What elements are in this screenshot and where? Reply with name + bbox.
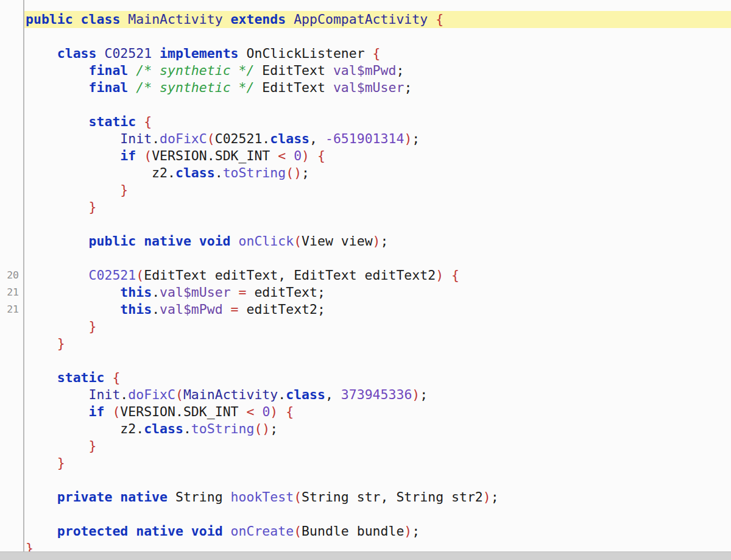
- line-number: [0, 506, 24, 523]
- code-token-pl: [26, 199, 89, 214]
- code-line[interactable]: this.val$mPwd = editText2;: [24, 301, 731, 318]
- code-token-sep: }: [57, 455, 65, 470]
- code-token-sep: ): [302, 148, 309, 163]
- code-line[interactable]: class C02521 implements OnClickListener …: [24, 45, 731, 62]
- code-line[interactable]: Init.doFixC(MainActivity.class, 37394533…: [24, 386, 731, 403]
- code-line[interactable]: C02521(EditText editText, EditText editT…: [24, 267, 731, 284]
- code-token-num: 0: [262, 404, 270, 419]
- code-line[interactable]: [24, 216, 731, 233]
- code-token-kw: this: [120, 285, 152, 300]
- code-token-fld: val$mPwd: [333, 63, 397, 78]
- code-token-fld: val$mPwd: [160, 302, 223, 317]
- code-token-pl: EditText editText, EditText editText2: [144, 268, 436, 283]
- code-line[interactable]: }: [24, 438, 731, 455]
- code-row: if (VERSION.SDK_INT < 0) {: [0, 403, 731, 420]
- code-token-sep: {: [112, 370, 120, 385]
- code-token-sep: =: [231, 302, 239, 317]
- code-line[interactable]: }: [24, 455, 731, 472]
- code-row: Init.doFixC(MainActivity.class, 37394533…: [0, 386, 731, 403]
- code-token-pl: ;: [396, 63, 404, 78]
- code-line[interactable]: [24, 96, 731, 113]
- code-token-pl: editText2;: [239, 302, 325, 317]
- code-line[interactable]: }: [24, 182, 731, 199]
- code-line[interactable]: static {: [24, 369, 731, 386]
- code-line[interactable]: protected native void onCreate(Bundle bu…: [24, 523, 731, 540]
- code-row: }: [0, 455, 731, 472]
- code-token-pl: [26, 285, 120, 300]
- code-token-kw: static: [89, 114, 136, 129]
- code-line[interactable]: }: [24, 335, 731, 352]
- code-row: public class MainActivity extends AppCom…: [0, 11, 731, 28]
- code-row: static {: [0, 113, 731, 130]
- code-row: 20 C02521(EditText editText, EditText ed…: [0, 267, 731, 284]
- code-token-pl: EditText: [254, 80, 333, 95]
- code-line[interactable]: [24, 352, 731, 369]
- line-number: [0, 403, 24, 420]
- code-token-num: 0: [294, 148, 302, 163]
- code-row: final /* synthetic */ EditText val$mPwd;: [0, 62, 731, 79]
- line-number: [0, 199, 24, 216]
- code-token-num: 373945336: [341, 387, 412, 402]
- code-line[interactable]: z2.class.toString();: [24, 165, 731, 182]
- code-line[interactable]: public class MainActivity extends AppCom…: [24, 11, 731, 28]
- code-line[interactable]: z2.class.toString();: [24, 420, 731, 438]
- horizontal-scrollbar[interactable]: [0, 551, 731, 560]
- code-token-pl: z2.: [26, 421, 144, 436]
- code-token-sep: (: [112, 404, 120, 419]
- code-token-sep: ): [436, 268, 443, 283]
- code-line[interactable]: Init.doFixC(C02521.class, -651901314);: [24, 130, 731, 147]
- line-number: [0, 216, 24, 233]
- code-token-pl: VERSION.SDK_INT: [152, 148, 278, 163]
- code-row: class C02521 implements OnClickListener …: [0, 45, 731, 62]
- code-line[interactable]: [24, 28, 731, 45]
- code-row: protected native void onCreate(Bundle bu…: [0, 523, 731, 540]
- line-number: [0, 489, 24, 506]
- code-token-cls: Init: [120, 131, 152, 146]
- code-line[interactable]: this.val$mUser = editText;: [24, 284, 731, 301]
- code-token-cls: AppCompatActivity: [294, 12, 428, 27]
- code-line[interactable]: private native String hookTest(String st…: [24, 489, 731, 506]
- code-row: }: [0, 335, 731, 352]
- code-line[interactable]: [24, 472, 731, 489]
- code-token-kw: private native: [57, 489, 168, 505]
- line-number: [0, 96, 24, 113]
- code-token-fld: val$mUser: [333, 80, 404, 95]
- code-line[interactable]: [24, 506, 731, 523]
- code-line[interactable]: final /* synthetic */ EditText val$mUser…: [24, 79, 731, 96]
- code-token-sep: ): [270, 404, 278, 419]
- code-editor[interactable]: public class MainActivity extends AppCom…: [0, 0, 731, 560]
- code-line[interactable]: }: [24, 318, 731, 335]
- code-token-sep: {: [436, 12, 443, 27]
- code-token-kw: extends: [231, 12, 286, 27]
- code-token-pl: Bundle bundle: [302, 523, 404, 539]
- code-token-pl: .: [152, 131, 160, 146]
- line-number: [0, 472, 24, 489]
- code-token-sep: (: [294, 489, 302, 505]
- code-token-pl: [26, 404, 89, 419]
- code-token-pl: [26, 387, 89, 402]
- code-line[interactable]: if (VERSION.SDK_INT < 0) {: [24, 147, 731, 165]
- code-token-kw: static: [57, 370, 105, 385]
- code-line[interactable]: if (VERSION.SDK_INT < 0) {: [24, 403, 731, 420]
- code-row: final /* synthetic */ EditText val$mUser…: [0, 79, 731, 96]
- line-number: [0, 28, 24, 45]
- code-line[interactable]: final /* synthetic */ EditText val$mPwd;: [24, 62, 731, 79]
- code-token-mth: onClick: [239, 233, 294, 249]
- code-token-fld: val$mUser: [160, 285, 231, 300]
- code-token-mth: doFixC: [160, 131, 207, 146]
- code-line[interactable]: [24, 250, 731, 267]
- code-token-pl: [26, 46, 57, 61]
- code-line[interactable]: static {: [24, 113, 731, 130]
- line-number: [0, 335, 24, 352]
- code-line[interactable]: public native void onClick(View view);: [24, 233, 731, 250]
- code-token-sep: {: [373, 46, 381, 61]
- code-token-pl: [26, 63, 89, 78]
- code-row: }: [0, 182, 731, 199]
- code-token-kw: final: [89, 63, 129, 78]
- code-token-pl: editText;: [246, 285, 325, 300]
- code-token-pl: ;: [412, 523, 420, 539]
- line-number: [0, 420, 24, 438]
- code-token-sep: (: [207, 131, 215, 146]
- code-token-sep: (): [254, 421, 270, 436]
- code-line[interactable]: }: [24, 199, 731, 216]
